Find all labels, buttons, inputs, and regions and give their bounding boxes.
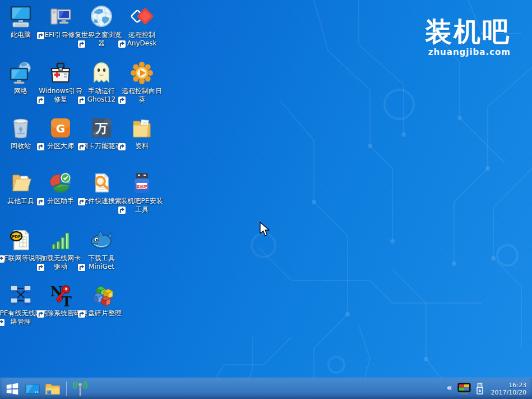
nt-glyph-t: T xyxy=(62,293,72,308)
shortcut-arrow-icon xyxy=(37,97,44,104)
partition-master-glyph: G xyxy=(56,122,65,135)
file-search-icon xyxy=(89,171,114,195)
this-pc-icon xyxy=(8,4,33,29)
anydesk-icon xyxy=(129,4,154,29)
desktop-icon-anydesk-remote[interactable]: 远程控制AnyDesk xyxy=(119,4,164,48)
shortcut-arrow-icon xyxy=(118,207,126,214)
desktop-icon-ghost12-manual-run[interactable]: 手动运行Ghost12 xyxy=(79,61,124,104)
pie-partition-icon xyxy=(48,171,73,195)
start-button[interactable] xyxy=(3,380,21,397)
chevron-left-icon: « xyxy=(447,384,452,393)
folder-documents-icon xyxy=(129,116,154,140)
shark-icon xyxy=(89,228,114,253)
display-settings-tray-button[interactable] xyxy=(456,380,472,397)
desktop-icon-quick-file-search[interactable]: 文件快速搜索 xyxy=(79,171,124,205)
desktop-icon-load-wifi-driver[interactable]: 加载无线网卡驱动 xyxy=(38,228,83,271)
tray-clock[interactable]: 16:23 2017/10/20 xyxy=(488,382,529,396)
uefi-boot-repair-icon xyxy=(48,4,73,29)
wan-glyph: 万 xyxy=(95,121,108,135)
network-topology-icon xyxy=(8,283,33,308)
icon-label: 远程控制向日葵 xyxy=(119,87,164,104)
display-color-icon xyxy=(457,383,471,395)
icon-label: 网络 xyxy=(14,87,27,95)
shortcut-arrow-icon xyxy=(37,143,44,150)
icon-label: 文件快速搜索 xyxy=(81,197,122,205)
desktop-icon-clear-system-password[interactable]: N T 清除系统密码 xyxy=(38,283,83,318)
ghost-icon xyxy=(89,61,114,85)
desktop-icon-sunflower-remote[interactable]: 远程控制向日葵 xyxy=(119,61,164,104)
recycle-bin-icon xyxy=(8,116,33,140)
desktop-icon-documents-folder[interactable]: 资料 xyxy=(119,116,164,150)
icon-label: 加载无线网卡驱动 xyxy=(38,254,83,271)
shortcut-arrow-icon xyxy=(78,310,85,318)
mouse-cursor xyxy=(260,222,272,237)
nt-password-key-icon: N T xyxy=(48,283,73,308)
shortcut-arrow-icon xyxy=(118,97,126,104)
desktop-icon-windows-boot-repair[interactable]: Widnows引导修复 xyxy=(38,61,83,104)
usb-label-glyph: 装机吧 xyxy=(136,185,147,189)
brand-domain: zhuangjiba.com xyxy=(425,47,511,57)
explorer-folder-icon xyxy=(45,382,61,396)
icon-label: Widnows引导修复 xyxy=(38,87,83,104)
icon-label: 硬盘碎片整理 xyxy=(81,309,122,318)
shortcut-arrow-icon xyxy=(78,40,85,48)
clock-time: 16:23 xyxy=(491,382,526,389)
wan-driver-icon: 万 xyxy=(89,116,114,140)
network-icon xyxy=(8,61,33,85)
shortcut-arrow-icon xyxy=(0,255,4,263)
sunflower-icon xyxy=(129,61,154,85)
file-explorer-button[interactable] xyxy=(44,380,62,397)
icon-label: 手动运行Ghost12 xyxy=(79,87,124,104)
usb-eject-tray-button[interactable] xyxy=(473,380,487,397)
signal-bars-icon xyxy=(48,228,73,253)
pdf-glyph: PDF xyxy=(12,235,21,239)
toolbox-repair-icon xyxy=(48,61,73,85)
shortcut-arrow-icon xyxy=(78,198,85,205)
desktop-icon-pe-network-readme[interactable]: PDF PE联网等说明 xyxy=(0,228,43,263)
globe-browser-icon xyxy=(89,4,114,29)
brand-logo-text: 装机吧 xyxy=(425,17,511,46)
pdf-doc-icon: PDF xyxy=(8,228,33,253)
wireless-tool-button[interactable] xyxy=(71,380,89,397)
desktop-icon-pe-network-manager[interactable]: PE有线无线网络管理 xyxy=(0,283,43,326)
antenna-icon xyxy=(72,381,89,397)
desktop-icon-network[interactable]: 网络 xyxy=(0,61,43,95)
usb-installer-icon: 装机吧 xyxy=(129,171,154,195)
clock-date: 2017/10/20 xyxy=(491,389,526,396)
icon-label: 资料 xyxy=(135,142,149,150)
desktop-icon-zhuangjiba-pe-installer[interactable]: 装机吧 装机吧PE安装工具 xyxy=(119,171,164,214)
icon-label: 此电脑 xyxy=(11,31,31,39)
desktop-icon-partition-assistant[interactable]: 分区助手 xyxy=(38,171,83,205)
icon-label: 清除系统密码 xyxy=(40,309,81,318)
icon-label: 世界之窗浏览器 xyxy=(79,31,124,48)
desktop-icon-disk-defrag[interactable]: 硬盘碎片整理 xyxy=(79,283,124,318)
shortcut-arrow-icon xyxy=(118,143,126,150)
icon-label: 分区大师 xyxy=(47,142,74,150)
icon-label: UEFI引导修复 xyxy=(40,31,82,39)
desktop: 装机吧 zhuangjiba.com 此电脑 xyxy=(0,0,532,399)
taskbar-tray: « xyxy=(444,380,532,397)
show-desktop-button[interactable] xyxy=(24,380,41,397)
icon-label: 分区助手 xyxy=(47,197,74,205)
taskbar: « xyxy=(0,378,532,399)
desktop-icon-world-window-browser[interactable]: 世界之窗浏览器 xyxy=(79,4,124,48)
shortcut-arrow-icon xyxy=(37,310,44,318)
defrag-cubes-icon xyxy=(89,283,114,308)
shortcut-arrow-icon xyxy=(37,264,44,271)
icon-label: 网卡万能驱动 xyxy=(81,142,122,150)
icon-label: 远程控制AnyDesk xyxy=(119,31,164,48)
icon-label: 装机吧PE安装工具 xyxy=(119,197,164,214)
desktop-icon-uefi-boot-repair[interactable]: UEFI引导修复 xyxy=(38,4,83,39)
diskgenius-icon: G xyxy=(48,116,73,140)
open-folder-icon xyxy=(8,171,33,195)
icon-label: 下载工具MiniGet xyxy=(79,254,124,271)
windows-logo-icon xyxy=(5,382,20,396)
desktop-icon-universal-nic-driver[interactable]: 万 网卡万能驱动 xyxy=(79,116,124,150)
desktop-icon-miniget-downloader[interactable]: 下载工具MiniGet xyxy=(79,228,124,271)
icon-label: 回收站 xyxy=(11,142,31,150)
desktop-icon-partition-master[interactable]: G 分区大师 xyxy=(38,116,83,150)
show-hidden-icons-button[interactable]: « xyxy=(444,380,455,397)
shortcut-arrow-icon xyxy=(118,40,126,48)
shortcut-arrow-icon xyxy=(78,264,85,271)
taskbar-separator xyxy=(66,382,67,396)
